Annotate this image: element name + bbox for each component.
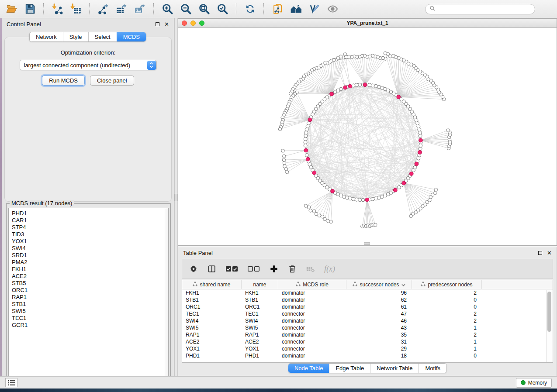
run-mcds-button[interactable]: Run MCDS <box>42 76 85 86</box>
open-file-icon[interactable] <box>4 2 18 16</box>
tab-edge-table[interactable]: Edge Table <box>329 364 370 373</box>
table-settings-icon[interactable] <box>189 264 198 274</box>
optimization-criterion-dropdown[interactable]: largest connected component (undirected) <box>20 60 157 70</box>
tab-network-table[interactable]: Network Table <box>370 364 419 373</box>
mcds-result-item[interactable]: STB1 <box>12 301 168 308</box>
memory-button[interactable]: Memory <box>516 378 552 388</box>
mcds-result-item[interactable]: ORC1 <box>12 287 168 294</box>
mcds-result-item[interactable]: SRD1 <box>12 252 168 259</box>
task-history-button[interactable] <box>5 378 17 387</box>
cell-successor-nodes: 29 <box>346 345 412 352</box>
close-panel-icon[interactable]: ✕ <box>164 21 169 27</box>
cell-shared-name: TEC1 <box>182 310 242 317</box>
export-network-icon[interactable] <box>96 2 110 16</box>
mcds-result-item[interactable]: PMA2 <box>12 259 168 266</box>
mcds-result-item[interactable]: GCR1 <box>12 322 168 329</box>
column-header-successor-nodes[interactable]: successor nodes <box>346 280 412 289</box>
sort-chevron-icon[interactable] <box>401 282 405 288</box>
network-titlebar[interactable]: YPA_prune.txt_1 <box>178 19 557 28</box>
import-table-icon[interactable] <box>69 2 83 16</box>
mcds-result-item[interactable]: STP4 <box>12 224 168 231</box>
show-graphics-details-icon[interactable] <box>325 2 339 16</box>
mcds-result-item[interactable]: CAR1 <box>12 217 168 224</box>
mcds-result-item[interactable]: ACE2 <box>12 273 168 280</box>
cell-name: ACE2 <box>242 338 278 345</box>
column-header-mcds-role[interactable]: MCDS role <box>278 280 346 289</box>
close-table-panel-icon[interactable]: ✕ <box>547 250 552 256</box>
cell-successor-nodes: 46 <box>346 317 412 324</box>
create-column-icon[interactable] <box>269 264 279 274</box>
table-scrollbar[interactable] <box>546 290 552 362</box>
table-row[interactable]: ACE2ACE2connector311 <box>182 338 553 345</box>
column-header-predecessor-nodes[interactable]: predecessor nodes <box>412 280 482 289</box>
column-label: predecessor nodes <box>428 282 472 288</box>
mcds-result-item[interactable]: SWI5 <box>12 308 168 315</box>
mcds-result-item[interactable]: YOX1 <box>12 238 168 245</box>
minimize-window-icon[interactable] <box>190 21 196 26</box>
cell-predecessor-nodes: 2 <box>412 289 482 296</box>
show-columns-icon[interactable] <box>207 264 217 274</box>
close-window-icon[interactable] <box>182 21 187 26</box>
mcds-result-item[interactable]: TEC1 <box>12 315 168 322</box>
delete-columns-icon[interactable] <box>287 264 297 274</box>
mcds-result-item[interactable]: RAP1 <box>12 294 168 301</box>
column-header-shared-name[interactable]: shared name <box>182 280 242 289</box>
mcds-buttons-row: Run MCDS Close panel <box>5 76 171 86</box>
tab-style[interactable]: Style <box>63 32 88 41</box>
table-row[interactable]: STB1STB1dominator620 <box>182 296 553 303</box>
task-list-icon <box>7 380 16 386</box>
vertical-splitter-handle[interactable] <box>174 194 178 201</box>
close-panel-button[interactable]: Close panel <box>90 76 134 86</box>
horizontal-splitter-handle[interactable] <box>364 242 370 245</box>
mcds-result-list[interactable]: PHD1CAR1STP4TID3YOX1SWI4SRD1PMA2FKH1ACE2… <box>8 208 169 382</box>
mcds-result-item[interactable]: STB5 <box>12 280 168 287</box>
cell-predecessor-nodes: 1 <box>412 338 482 345</box>
mcds-result-group: MCDS result (17 nodes) PHD1CAR1STP4TID3Y… <box>6 203 171 384</box>
table-row[interactable]: YOX1YOX1connector291 <box>182 345 553 352</box>
table-row[interactable]: RAP1RAP1dominator352 <box>182 331 553 338</box>
export-table-icon[interactable] <box>114 2 128 16</box>
status-bar: Memory <box>0 376 557 389</box>
mcds-result-item[interactable]: TID3 <box>12 231 168 238</box>
first-neighbors-icon[interactable] <box>289 2 303 16</box>
tab-motifs[interactable]: Motifs <box>419 364 446 373</box>
tab-mcds[interactable]: MCDS <box>117 32 146 41</box>
table-row[interactable]: PHD1PHD1dominator180 <box>182 352 553 359</box>
float-panel-icon[interactable] <box>156 22 159 26</box>
refresh-icon[interactable] <box>243 2 257 16</box>
zoom-fit-icon[interactable] <box>197 2 211 16</box>
column-header-name[interactable]: name <box>242 280 278 289</box>
tab-network[interactable]: Network <box>30 32 63 41</box>
zoom-in-icon[interactable] <box>160 2 174 16</box>
tab-node-table[interactable]: Node Table <box>288 364 329 373</box>
table-row[interactable]: TEC1TEC1connector472 <box>182 310 553 317</box>
search-input[interactable] <box>438 6 531 12</box>
network-canvas[interactable] <box>178 28 557 245</box>
float-table-panel-icon[interactable] <box>538 251 542 255</box>
memory-status-icon <box>521 380 526 385</box>
table-row[interactable]: FKH1FKH1dominator962 <box>182 289 553 296</box>
deselect-all-rows-icon[interactable] <box>247 265 260 273</box>
table-scrollbar-thumb[interactable] <box>547 292 551 332</box>
mcds-result-item[interactable]: PHD1 <box>12 210 168 217</box>
mcds-result-item[interactable]: FKH1 <box>12 266 168 273</box>
cell-shared-name: STB1 <box>182 296 242 303</box>
mcds-result-item[interactable]: SWI4 <box>12 245 168 252</box>
export-image-icon[interactable] <box>133 2 147 16</box>
select-all-rows-icon[interactable] <box>225 265 239 273</box>
dropdown-stepper-icon <box>147 61 156 70</box>
control-panel-tabs: NetworkStyleSelectMCDS <box>29 32 146 42</box>
zoom-window-icon[interactable] <box>199 21 204 26</box>
mcds-result-scrollbar[interactable] <box>165 208 169 382</box>
zoom-selected-icon[interactable] <box>215 2 229 16</box>
table-row[interactable]: SWI4SWI4dominator462 <box>182 317 553 324</box>
save-session-icon[interactable] <box>23 2 37 16</box>
hide-graphics-details-icon[interactable] <box>307 2 321 16</box>
table-row[interactable]: ORC1ORC1dominator610 <box>182 303 553 310</box>
table-row[interactable]: SWI5SWI5connector431 <box>182 324 553 331</box>
tab-select[interactable]: Select <box>88 32 117 41</box>
zoom-out-icon[interactable] <box>179 2 193 16</box>
search-box[interactable] <box>425 4 535 14</box>
import-network-icon[interactable] <box>50 2 64 16</box>
new-network-from-selection-icon[interactable] <box>270 2 284 16</box>
